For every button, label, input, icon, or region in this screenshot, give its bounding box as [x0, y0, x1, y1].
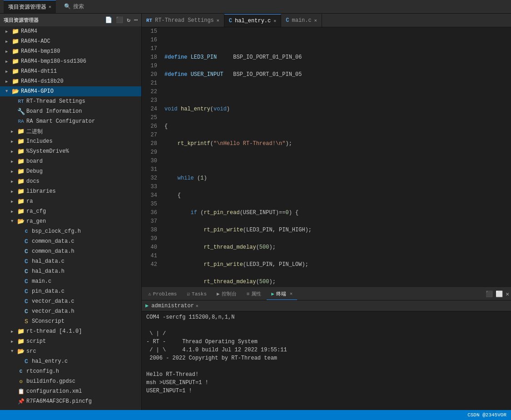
- sidebar: 项目资源管理器 📄 ⬛ ↻ ⋯ ▶ 📁 RA6M4 ▶ 📁 RA6M4-ADC …: [0, 14, 142, 410]
- folder-icon-libraries: 📁: [17, 188, 25, 195]
- arrow-ra: ▶: [11, 199, 15, 204]
- tab-console[interactable]: ▶ 控制台: [212, 288, 241, 300]
- tab-close-hal-entry[interactable]: ✕: [273, 18, 276, 24]
- project-explorer-close[interactable]: ✕: [49, 4, 51, 10]
- code-area[interactable]: #define LED3_PIN BSP_IO_PORT_01_PIN_06 #…: [161, 27, 511, 287]
- code-editor[interactable]: 15 16 17 18 19 20 21 22 23 24 25 26 27 2…: [142, 27, 511, 287]
- tree-item-ra[interactable]: ▶ 📁 ra: [0, 196, 141, 206]
- tree-item-rt-thread-41[interactable]: ▶ 📁 rt-thread [4.1.0]: [0, 326, 141, 336]
- project-explorer-tab[interactable]: 项目资源管理器 ✕: [4, 0, 56, 13]
- refresh-icon[interactable]: ↻: [127, 16, 130, 24]
- tree-item-ra-smart-configurator[interactable]: RA RA Smart Configurator: [0, 116, 141, 126]
- tree-item-board[interactable]: ▶ 📁 board: [0, 156, 141, 166]
- tree-item-docs[interactable]: ▶ 📁 docs: [0, 176, 141, 186]
- more-icon[interactable]: ⋯: [134, 16, 138, 24]
- tree-item-sconscript[interactable]: S SConscript: [0, 316, 141, 326]
- problems-icon: ⚠: [148, 291, 151, 297]
- tree-item-hal-data-h[interactable]: C hal_data.h: [0, 266, 141, 276]
- tree-item-rt-thread-settings[interactable]: RT RT-Thread Settings: [0, 96, 141, 106]
- tree-item-rtconfig-h[interactable]: C rtconfig.h: [0, 366, 141, 376]
- h-icon-rtconfig: C: [17, 368, 25, 375]
- sidebar-title: 项目资源管理器: [4, 17, 39, 24]
- collapse-icon[interactable]: ⬛: [116, 16, 123, 24]
- tree-label-vector-data-h: vector_data.h: [32, 308, 74, 315]
- tree-item-hal-data-c[interactable]: C hal_data.c: [0, 256, 141, 266]
- tree-item-ra6m4-bmp180[interactable]: ▶ 📁 RA6M4-bmp180: [0, 46, 141, 56]
- main-layout: 项目资源管理器 📄 ⬛ ↻ ⋯ ▶ 📁 RA6M4 ▶ 📁 RA6M4-ADC …: [0, 14, 511, 410]
- tree-item-libraries[interactable]: ▶ 📁 libraries: [0, 186, 141, 196]
- tree-item-ra6m4-bmp180-ssd1306[interactable]: ▶ 📁 RA6M4-bmp180-ssd1306: [0, 56, 141, 66]
- terminal-close[interactable]: ✕: [290, 291, 293, 296]
- terminal-title-bar: ▶ administrator ✕: [142, 300, 511, 311]
- tree-label-main-c: main.c: [32, 278, 51, 285]
- tree-item-ra-gen[interactable]: ▼ 📂 ra_gen: [0, 216, 141, 226]
- tab-problems[interactable]: ⚠ Problems: [144, 288, 181, 300]
- bottom-toolbar-icons: ⬛ ⬜ ✕: [486, 290, 509, 298]
- tab-hal-entry[interactable]: C hal_entry.c ✕: [224, 14, 281, 27]
- tab-main-c[interactable]: C main.c ✕: [281, 14, 322, 27]
- tree-label-libraries: libraries: [26, 188, 56, 195]
- maximize-panel-icon[interactable]: ⬜: [496, 290, 503, 298]
- tab-close-main-c[interactable]: ✕: [314, 18, 317, 23]
- close-panel-icon[interactable]: ✕: [506, 290, 509, 298]
- new-file-icon[interactable]: 📄: [105, 16, 112, 24]
- right-panel: RT RT-Thread Settings ✕ C hal_entry.c ✕ …: [142, 14, 511, 410]
- arrow-sconscript: [16, 319, 21, 324]
- tab-terminal[interactable]: ▶ 终端 ✕: [267, 288, 297, 300]
- tree-item-ra6m4[interactable]: ▶ 📁 RA6M4: [0, 26, 141, 36]
- tree-item-ra6m4-adc[interactable]: ▶ 📁 RA6M4-ADC: [0, 36, 141, 46]
- folder-icon-script: 📁: [17, 338, 25, 345]
- minimize-panel-icon[interactable]: ⬛: [486, 290, 493, 298]
- c-icon-common-data: C: [23, 238, 30, 245]
- tree-item-vector-data-c[interactable]: C vector_data.c: [0, 296, 141, 306]
- tree-label-debug: Debug: [26, 168, 43, 175]
- tree-item-systemdrive[interactable]: ▶ 📁 %SystemDrive%: [0, 146, 141, 156]
- tab-close-rt-thread-settings[interactable]: ✕: [217, 18, 219, 23]
- status-csdn-info: CSDN @2345VOR: [467, 412, 506, 418]
- tab-rt-thread-settings[interactable]: RT RT-Thread Settings ✕: [142, 14, 224, 27]
- folder-icon-ra6m4-ds18b20: 📁: [12, 78, 19, 85]
- tree-item-pin-data-c[interactable]: C pin_data.c: [0, 286, 141, 296]
- tree-label-rt-thread-41: rt-thread [4.1.0]: [26, 328, 82, 335]
- tree-item-bsp-clock-cfg-h[interactable]: C bsp_clock_cfg.h: [0, 226, 141, 236]
- arrow-ra6m4-ds18b20: ▶: [5, 79, 10, 84]
- pin-icon: 📌: [17, 398, 25, 405]
- tree-item-buildinfo-gpdsc[interactable]: ⚙ buildinfo.gpdsc: [0, 376, 141, 386]
- terminal-title-icon: ▶: [145, 302, 149, 309]
- tree-item-ra-cfg[interactable]: ▶ 📁 ra_cfg: [0, 206, 141, 216]
- arrow-vector-data-c: [16, 299, 21, 304]
- tab-properties[interactable]: ≡ 属性: [242, 288, 266, 300]
- tree-item-ra6m4-gpio[interactable]: ▼ 📂 RA6M4-GPIO: [0, 86, 141, 96]
- search-tab[interactable]: 🔍 搜索: [60, 0, 89, 13]
- tree-item-configuration-xml[interactable]: 📋 configuration.xml: [0, 386, 141, 396]
- tree-item-main-c[interactable]: C main.c: [0, 276, 141, 286]
- tree-item-common-data-c[interactable]: C common_data.c: [0, 236, 141, 246]
- tree-item-ra6m4-ds18b20[interactable]: ▶ 📁 RA6M4-ds18b20: [0, 76, 141, 86]
- tree-item-board-information[interactable]: 🔧 Board Information: [0, 106, 141, 116]
- tab-label-hal-entry: hal_entry.c: [235, 18, 271, 24]
- tree-label-buildinfo-gpdsc: buildinfo.gpdsc: [26, 378, 75, 385]
- tree-item-vector-data-h[interactable]: C vector_data.h: [0, 306, 141, 316]
- tree-item-debug[interactable]: ▶ 📁 Debug: [0, 166, 141, 176]
- folder-icon-ra6m4-dht11: 📁: [12, 68, 19, 75]
- folder-icon-binary: 📁: [17, 128, 25, 135]
- tab-tasks[interactable]: ☑ Tasks: [182, 288, 211, 300]
- tree-label-rt-thread-settings: RT-Thread Settings: [26, 98, 85, 105]
- tree-item-ra6m4-dht11[interactable]: ▶ 📁 RA6M4-dht11: [0, 66, 141, 76]
- xml-icon: 📋: [17, 388, 25, 395]
- tree-label-script: script: [26, 338, 46, 345]
- tree-item-pincfg[interactable]: 📌 R7FA6M4AF3CFB.pincfg: [0, 396, 141, 406]
- tree-item-includes[interactable]: ▶ 📁 Includes: [0, 136, 141, 146]
- terminal-title-close[interactable]: ✕: [196, 303, 198, 309]
- tree-item-src[interactable]: ▼ 📂 src: [0, 346, 141, 356]
- tree-item-hal-entry-c[interactable]: C hal_entry.c: [0, 356, 141, 366]
- tree-item-script[interactable]: ▶ 📁 script: [0, 336, 141, 346]
- top-bar: 项目资源管理器 ✕ 🔍 搜索: [0, 0, 511, 14]
- tree-item-binary[interactable]: ▶ 📁 二进制: [0, 126, 141, 136]
- terminal-content[interactable]: COM4 -sercfg 115200,8,n,1,N \ | / - RT -…: [142, 311, 511, 410]
- folder-icon-ra-cfg: 📁: [17, 208, 25, 215]
- arrow-ra6m4: ▶: [5, 29, 10, 34]
- c-icon-main: C: [23, 278, 30, 285]
- properties-label: 属性: [251, 290, 261, 297]
- tree-item-common-data-h[interactable]: C common_data.h: [0, 246, 141, 256]
